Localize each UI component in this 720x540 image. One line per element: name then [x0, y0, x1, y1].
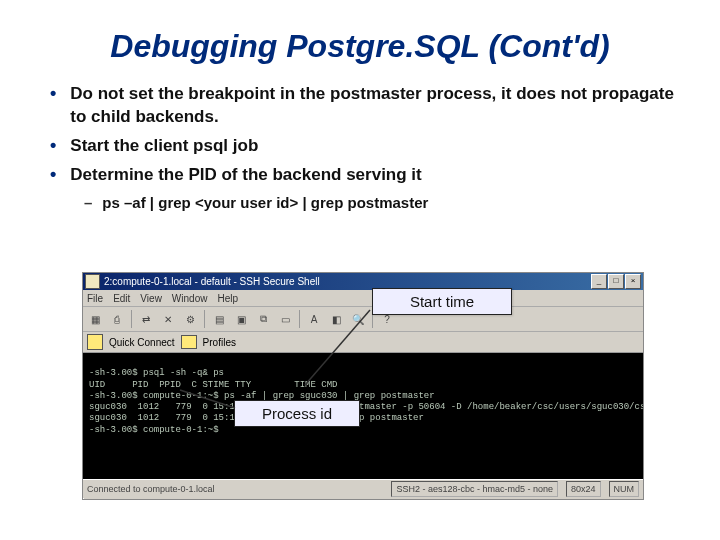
toolbar-separator	[131, 310, 132, 328]
disconnect-icon[interactable]: ✕	[158, 309, 178, 329]
maximize-button[interactable]: □	[608, 274, 624, 289]
sub-bullet-item: – ps –af | grep <your user id> | grep po…	[84, 193, 680, 213]
menu-bar: File Edit View Window Help	[83, 290, 643, 307]
bullet-text: Start the client psql job	[70, 135, 258, 158]
sub-bullet-text: ps –af | grep <your user id> | grep post…	[102, 193, 428, 213]
callout-pointer-start	[300, 310, 380, 390]
menu-view[interactable]: View	[140, 293, 162, 304]
status-size: 80x24	[566, 481, 601, 497]
terminal-icon[interactable]: ▣	[231, 309, 251, 329]
profiles-label[interactable]: Profiles	[203, 337, 236, 348]
window-titlebar: 2:compute-0-1.local - default - SSH Secu…	[83, 273, 643, 290]
bullet-dot: •	[50, 164, 56, 187]
settings-icon[interactable]: ⚙	[180, 309, 200, 329]
sub-bullet-dash: –	[84, 193, 92, 213]
bullet-item: • Start the client psql job	[50, 135, 680, 158]
status-right: SSH2 - aes128-cbc - hmac-md5 - none 80x2…	[391, 481, 639, 497]
toolbar-separator	[204, 310, 205, 328]
bullet-item: • Determine the PID of the backend servi…	[50, 164, 680, 187]
status-ssh: SSH2 - aes128-cbc - hmac-md5 - none	[391, 481, 558, 497]
menu-edit[interactable]: Edit	[113, 293, 130, 304]
minimize-button[interactable]: _	[591, 274, 607, 289]
menu-window[interactable]: Window	[172, 293, 208, 304]
copy-icon[interactable]: ⧉	[253, 309, 273, 329]
bullet-list: • Do not set the breakpoint in the postm…	[50, 83, 680, 213]
menu-help[interactable]: Help	[217, 293, 238, 304]
svg-line-1	[180, 390, 235, 408]
connect-icon[interactable]: ⇄	[136, 309, 156, 329]
bullet-dot: •	[50, 135, 56, 158]
terminal-line: sguc030 1012 779 0 15:10 pts/1 00:00:00 …	[89, 402, 643, 412]
bullet-dot: •	[50, 83, 56, 129]
window-controls: _ □ ×	[591, 274, 641, 289]
window-title: 2:compute-0-1.local - default - SSH Secu…	[104, 276, 591, 287]
slide-title: Debugging Postgre.SQL (Cont'd)	[40, 28, 680, 65]
status-bar: Connected to compute-0-1.local SSH2 - ae…	[83, 479, 643, 498]
folder-icon[interactable]: ▤	[209, 309, 229, 329]
terminal-line: -sh-3.00$ psql -sh -q& ps	[89, 368, 224, 378]
callout-start-time: Start time	[372, 288, 512, 315]
menu-file[interactable]: File	[87, 293, 103, 304]
paste-icon[interactable]: ▭	[275, 309, 295, 329]
callout-process-id: Process id	[234, 400, 360, 427]
save-icon[interactable]: ▦	[85, 309, 105, 329]
bullet-text: Determine the PID of the backend serving…	[70, 164, 421, 187]
terminal-line: -sh-3.00$ compute-0-1:~$	[89, 425, 219, 435]
quickconnect-label[interactable]: Quick Connect	[109, 337, 175, 348]
status-left: Connected to compute-0-1.local	[87, 484, 215, 494]
svg-line-0	[305, 310, 370, 385]
callout-pointer-pid	[180, 390, 240, 410]
app-icon	[85, 274, 100, 289]
status-num: NUM	[609, 481, 640, 497]
bullet-item: • Do not set the breakpoint in the postm…	[50, 83, 680, 129]
quickconnect-icon[interactable]	[87, 334, 103, 350]
print-icon[interactable]: ⎙	[107, 309, 127, 329]
bullet-text: Do not set the breakpoint in the postmas…	[70, 83, 680, 129]
close-button[interactable]: ×	[625, 274, 641, 289]
profiles-icon[interactable]	[181, 335, 197, 349]
